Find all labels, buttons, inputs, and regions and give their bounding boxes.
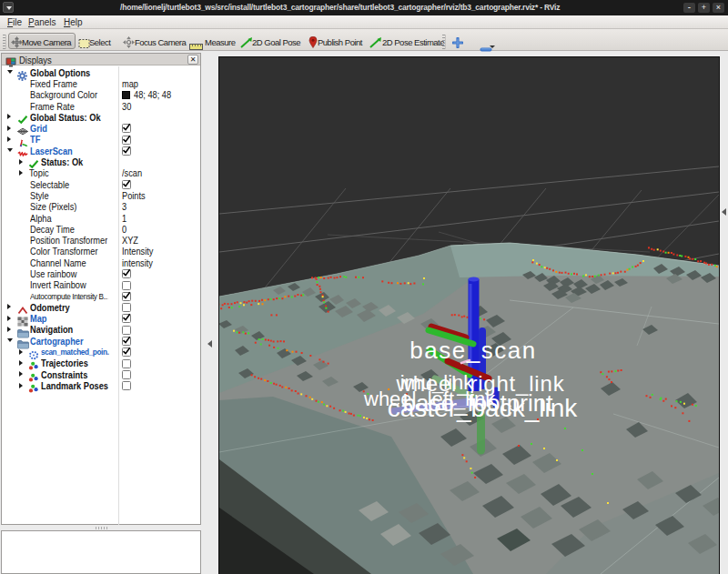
svg-text:caster_back_link: caster_back_link [388, 394, 579, 422]
svg-text:wheel_right_link: wheel_right_link [396, 371, 565, 396]
svg-text:base_scan: base_scan [410, 337, 536, 364]
